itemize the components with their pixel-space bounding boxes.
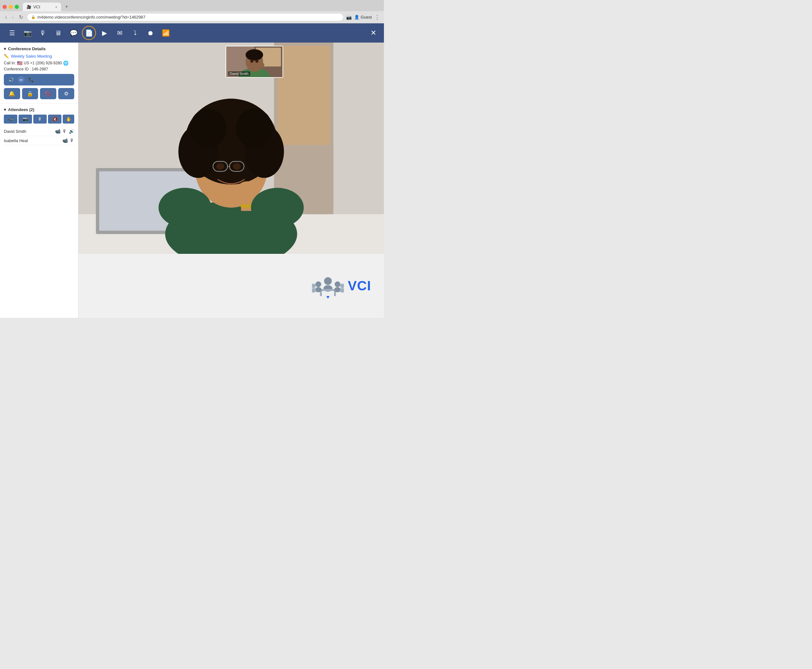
svg-point-32	[257, 62, 264, 67]
enter-icon: ⤵	[133, 29, 137, 37]
quick-actions: 🔔 🔒 🚫 ⚙	[4, 88, 74, 99]
lock-icon: 🔒	[31, 15, 35, 19]
svg-point-45	[334, 287, 341, 292]
audio-speaker-button[interactable]: 🔊	[5, 75, 17, 84]
camera-toolbar-icon: 📷	[23, 29, 32, 37]
enter-button[interactable]: ⤵	[128, 26, 142, 40]
url-bar[interactable]: 🔒 m4demo.videoconferencinginfo.com/meeti…	[27, 13, 344, 21]
isabella-video-icon[interactable]: 📹	[62, 138, 68, 143]
screen-share-icon: 🖥	[55, 29, 61, 37]
attendee-video-all-button[interactable]: 📹	[4, 114, 17, 124]
mute-all-icon: 🔇	[52, 116, 58, 122]
guest-label: Guest	[361, 15, 372, 20]
browser-menu-icon[interactable]: ⋮	[374, 14, 380, 21]
close-traffic-light[interactable]	[3, 5, 7, 9]
close-button[interactable]: ✕	[368, 26, 379, 40]
chat-icon: 💬	[70, 29, 78, 37]
signal-icon: 📶	[162, 29, 170, 37]
menu-button[interactable]: ☰	[5, 26, 19, 40]
svg-point-40	[315, 281, 321, 287]
attendee-isabella-row: Isabella Heal 📹 🎙	[4, 136, 74, 145]
audio-or-text: or	[20, 78, 23, 82]
svg-point-41	[315, 287, 322, 292]
tab-close-button[interactable]: ×	[55, 5, 57, 9]
traffic-lights	[3, 5, 19, 9]
document-button[interactable]: 📄	[82, 26, 96, 40]
forward-button[interactable]: ›	[10, 14, 15, 21]
conference-section-header[interactable]: ▾ Conference Details	[4, 46, 74, 51]
conference-id-label: Conference ID :	[4, 67, 31, 71]
attendee-david-icons: 📹 🎙 🔊	[55, 129, 74, 134]
tab-title: VCI	[33, 5, 40, 9]
audio-controls: 🔊 or 📞	[4, 74, 74, 86]
document-icon: 📄	[85, 29, 93, 37]
lock-icon: 🔒	[27, 91, 33, 97]
svg-rect-2	[277, 46, 330, 145]
audio-phone-button[interactable]: 📞	[25, 75, 37, 84]
app-container: ☰ 📷 🎙 🖥 💬 📄 ▶ ✉ ⤵ ⏺ 📶	[0, 24, 384, 318]
svg-point-42	[312, 284, 316, 288]
video-all-icon: 📹	[8, 116, 13, 122]
david-thumbnail: David Smith	[226, 46, 283, 78]
address-bar: ‹ › ↻ 🔒 m4demo.videoconferencinginfo.com…	[0, 11, 384, 23]
attendee-mic-all-button[interactable]: 🎙	[33, 114, 47, 124]
attendee-david-name: David Smith	[4, 129, 26, 134]
svg-point-13	[190, 109, 226, 148]
svg-point-19	[233, 163, 241, 170]
record-button[interactable]: ⏺	[143, 26, 158, 40]
minimize-traffic-light[interactable]	[8, 5, 13, 9]
meeting-name-row[interactable]: ✏️ Weekly Sales Meeting	[4, 54, 74, 59]
signal-button[interactable]: 📶	[159, 26, 173, 40]
sidebar: ▾ Conference Details ✏️ Weekly Sales Mee…	[0, 42, 78, 318]
microphone-button[interactable]: 🎙	[36, 26, 50, 40]
lock-button[interactable]: 🔒	[22, 88, 39, 99]
video-bottom-area: VCI	[78, 254, 384, 318]
attendee-camera-off-all-button[interactable]: 📷	[18, 114, 32, 124]
conference-section: ▾ Conference Details ✏️ Weekly Sales Mee…	[0, 42, 78, 103]
vci-brand-text: VCI	[348, 278, 371, 294]
browser-tab[interactable]: 🎥 VCI ×	[23, 3, 61, 11]
attendee-david-row: David Smith 📹 🎙 🔊	[4, 127, 74, 136]
david-video-bg: David Smith	[226, 46, 282, 77]
bell-button[interactable]: 🔔	[4, 88, 20, 99]
edit-icon: ✏️	[4, 54, 9, 59]
svg-point-35	[324, 277, 332, 285]
refresh-button[interactable]: ↻	[18, 13, 24, 21]
browser-chrome: 🎥 VCI × + ‹ › ↻ 🔒 m4demo.videoconferenci…	[0, 0, 384, 24]
toolbar: ☰ 📷 🎙 🖥 💬 📄 ▶ ✉ ⤵ ⏺ 📶	[0, 24, 384, 42]
attendees-section-header[interactable]: ▾ Attendees (2)	[4, 107, 74, 112]
svg-point-14	[236, 109, 272, 148]
browser-actions: 📷 👤 Guest ⋮	[346, 14, 380, 21]
back-button[interactable]: ‹	[4, 14, 8, 21]
email-icon: ✉	[117, 29, 122, 37]
screen-share-button[interactable]: 🖥	[51, 26, 65, 40]
block-icon: 🚫	[45, 91, 51, 97]
maximize-traffic-light[interactable]	[15, 5, 19, 9]
new-tab-button[interactable]: +	[62, 3, 71, 10]
globe-icon[interactable]: 🌐	[63, 61, 69, 66]
browser-camera-icon[interactable]: 📷	[346, 15, 352, 20]
isabella-mic-icon[interactable]: 🎙	[70, 138, 74, 143]
david-speaker-icon[interactable]: 🔊	[69, 129, 74, 134]
attendee-mute-all-button[interactable]: 🔇	[48, 114, 61, 124]
meeting-name-text: Weekly Sales Meeting	[11, 54, 52, 59]
settings-button[interactable]: ⚙	[58, 88, 75, 99]
david-mic-icon[interactable]: 🎙	[62, 129, 67, 134]
audio-or-divider: or	[18, 76, 25, 83]
block-button[interactable]: 🚫	[40, 88, 56, 99]
conference-section-label: Conference Details	[8, 46, 46, 51]
play-button[interactable]: ▶	[97, 26, 111, 40]
guest-avatar-icon: 👤	[354, 15, 359, 20]
microphone-toolbar-icon: 🎙	[40, 29, 46, 37]
vci-branding: VCI	[312, 273, 371, 299]
attendee-hand-button[interactable]: ✋	[63, 114, 74, 124]
camera-button[interactable]: 📷	[20, 26, 35, 40]
email-button[interactable]: ✉	[112, 26, 127, 40]
svg-point-24	[251, 188, 304, 228]
guest-button[interactable]: 👤 Guest	[354, 15, 372, 20]
speaker-icon: 🔊	[8, 77, 14, 82]
section-collapse-arrow: ▾	[4, 46, 6, 51]
chat-button[interactable]: 💬	[67, 26, 81, 40]
call-in-number: US +1 (206) 928-9280	[23, 61, 62, 65]
david-video-icon[interactable]: 📹	[55, 129, 60, 134]
